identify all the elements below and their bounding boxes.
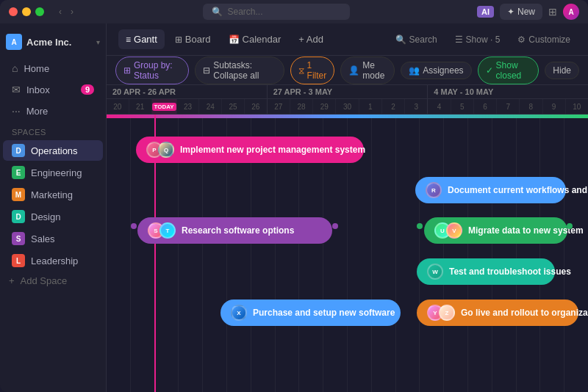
task-implement-avatars: P Q (146, 142, 174, 158)
avatar-5: T (159, 222, 176, 239)
chevron-down-icon: ▾ (96, 38, 100, 46)
search-container: 🔍 Search... (82, 4, 471, 20)
add-space-button[interactable]: + Add Space (0, 272, 106, 290)
subtasks-icon: ⊟ (203, 65, 210, 76)
task-migrate[interactable]: U V Migrate data to new system (424, 217, 567, 244)
task-purchase-avatars: X (231, 305, 247, 321)
main-layout: A Acme Inc. ▾ ⌂ Home ✉ Inbox 9 ··· More (0, 23, 588, 392)
marketing-label: Marketing (31, 189, 73, 200)
task-research[interactable]: S T Research software options (137, 217, 332, 244)
show-closed-filter[interactable]: ✓ Show closed (478, 57, 539, 84)
task-test-label: Test and troubleshoot issues (449, 266, 571, 277)
search-button[interactable]: 🔍 Search (390, 32, 443, 48)
add-view-button[interactable]: + Add (291, 29, 331, 49)
workspace-switcher[interactable]: A Acme Inc. ▾ (0, 29, 106, 54)
task-purchase[interactable]: X Purchase and setup new software (220, 300, 401, 326)
filter-bar: ⊞ Group by: Status ⊟ Subtasks: Collapse … (107, 56, 588, 85)
plus-icon: + (9, 275, 15, 286)
task-document-avatars: R (426, 182, 442, 198)
operations-label: Operations (31, 145, 78, 156)
day-20: 20 (107, 99, 129, 114)
home-icon: ⌂ (12, 62, 18, 74)
group-icon: ⊞ (123, 65, 131, 76)
group-by-filter[interactable]: ⊞ Group by: Status (115, 57, 189, 84)
assignees-icon: 👥 (409, 65, 420, 76)
maximize-button[interactable] (35, 7, 44, 16)
tab-gantt[interactable]: ≡ Gantt (118, 29, 165, 49)
day-30: 30 (336, 99, 359, 114)
close-button[interactable] (9, 7, 18, 16)
user-avatar[interactable]: A (563, 4, 579, 20)
avatar-3: R (426, 182, 442, 198)
traffic-lights (9, 7, 44, 16)
sidebar-item-sales[interactable]: S Sales (3, 228, 103, 249)
me-mode-filter[interactable]: 👤 Me mode (340, 57, 395, 84)
workspace-icon: A (6, 34, 22, 50)
day-25: 25 (222, 99, 245, 114)
day-22-today: TODAY (152, 99, 177, 114)
leadership-label: Leadership (31, 255, 78, 266)
task-purchase-label: Purchase and setup new software (253, 308, 395, 318)
toolbar-actions: 🔍 Search ☰ Show · 5 ⚙ Customize (390, 32, 576, 48)
date-range-1-label: 20 APR - 26 APR (107, 85, 267, 99)
hide-filter[interactable]: Hide (545, 62, 579, 79)
more-label: More (26, 106, 49, 117)
sidebar-item-leadership[interactable]: L Leadership (3, 250, 103, 271)
date-range-2-label: 27 APR - 3 MAY (268, 85, 428, 99)
date-range-2: 27 APR - 3 MAY 27 28 29 30 1 2 3 (268, 85, 429, 114)
avatar-11: Z (439, 305, 455, 321)
filter-chip[interactable]: ⧖ 1 Filter (290, 57, 335, 84)
avatar-8: W (427, 264, 443, 280)
filter-icon: ⧖ (298, 65, 304, 76)
day-7: 7 (497, 99, 520, 114)
search-bar[interactable]: 🔍 Search... (203, 4, 350, 20)
minimize-button[interactable] (22, 7, 31, 16)
show-button[interactable]: ☰ Show · 5 (449, 32, 506, 48)
app-window: ‹ › 🔍 Search... AI ✦ New ⊞ A A Acme Inc. (0, 0, 588, 392)
task-document[interactable]: R Document current workflows and process… (415, 177, 566, 203)
board-icon: ⊞ (175, 35, 182, 45)
sidebar-item-inbox[interactable]: ✉ Inbox 9 (3, 79, 103, 100)
grid-icon[interactable]: ⊞ (548, 6, 557, 18)
sidebar-item-operations[interactable]: D Operations (3, 140, 103, 161)
assignees-filter[interactable]: 👥 Assignees (401, 62, 471, 79)
new-button[interactable]: ✦ New (500, 4, 542, 20)
sidebar-item-marketing[interactable]: M Marketing (3, 184, 103, 205)
home-label: Home (24, 63, 49, 74)
day-23: 23 (177, 99, 200, 114)
design-icon: D (12, 210, 25, 223)
content-area: ≡ Gantt ⊞ Board 📅 Calendar + Add 🔍 (107, 23, 588, 392)
day-29: 29 (313, 99, 336, 114)
engineering-label: Engineering (31, 167, 82, 178)
sales-icon: S (12, 232, 25, 245)
sidebar-item-more[interactable]: ··· More (3, 101, 103, 121)
task-implement[interactable]: P Q Implement new project management sys… (136, 137, 364, 163)
back-button[interactable]: ‹ (56, 5, 65, 18)
subtasks-filter[interactable]: ⊟ Subtasks: Collapse all (195, 57, 284, 84)
task-test[interactable]: W Test and troubleshoot issues (417, 258, 555, 285)
day-21: 21 (129, 99, 152, 114)
dot-marker-left (131, 223, 137, 229)
date-days-3: 4 5 6 7 8 9 10 (428, 99, 588, 114)
dot-marker-right (332, 223, 338, 229)
sidebar-item-home[interactable]: ⌂ Home (3, 58, 103, 79)
forward-button[interactable]: › (68, 5, 76, 18)
customize-button[interactable]: ⚙ Customize (512, 32, 576, 48)
dot-marker-migrate-right (567, 223, 573, 229)
date-range-1: 20 APR - 26 APR 20 21 TODAY 23 24 25 26 (107, 85, 268, 114)
spaces-label: Spaces (0, 122, 106, 139)
task-golive[interactable]: Y Z Go live and rollout to organization (417, 300, 578, 326)
person-icon: 👤 (348, 65, 359, 76)
tab-board[interactable]: ⊞ Board (168, 29, 218, 49)
sidebar-item-engineering[interactable]: E Engineering (3, 162, 103, 183)
gantt-tasks-area: P Q Implement new project management sys… (107, 115, 588, 392)
day-9: 9 (543, 99, 566, 114)
day-3: 3 (405, 99, 427, 114)
task-golive-avatars: Y Z (427, 305, 455, 321)
task-golive-label: Go live and rollout to organization (461, 308, 588, 318)
avatar-2: Q (158, 142, 174, 158)
search-icon: 🔍 (212, 7, 223, 17)
task-research-avatars: S T (148, 222, 176, 239)
sidebar-item-design[interactable]: D Design (3, 206, 103, 227)
tab-calendar[interactable]: 📅 Calendar (221, 29, 289, 49)
